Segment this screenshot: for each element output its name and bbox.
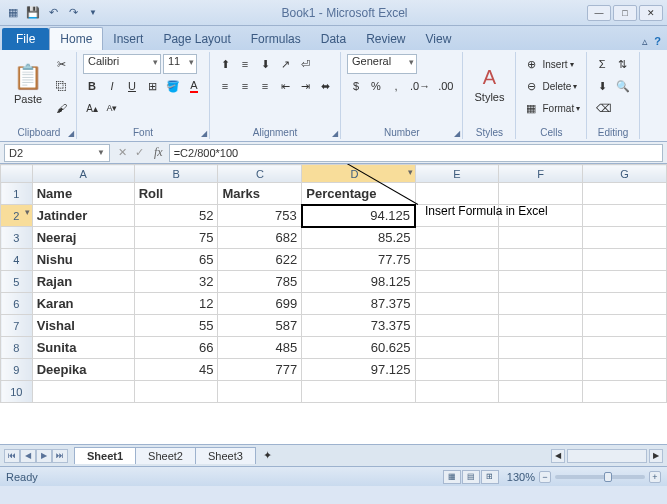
cell-G2[interactable] [583,205,667,227]
cell-B6[interactable]: 12 [134,293,218,315]
sheet-nav-first-icon[interactable]: ⏮ [4,449,20,463]
maximize-button[interactable]: □ [613,5,637,21]
cancel-formula-icon[interactable]: ✕ [114,146,131,159]
font-family-select[interactable]: Calibri [83,54,161,74]
cell-D6[interactable]: 87.375 [302,293,415,315]
col-header-D[interactable]: D [302,165,415,183]
sheet-nav-prev-icon[interactable]: ◀ [20,449,36,463]
cell-D9[interactable]: 97.125 [302,359,415,381]
increase-decimal-button[interactable]: .0→ [407,76,433,96]
align-left-button[interactable]: ≡ [216,76,234,96]
cell-F7[interactable] [499,315,583,337]
cell-E5[interactable] [415,271,499,293]
col-header-F[interactable]: F [499,165,583,183]
cut-button[interactable]: ✂ [52,54,70,74]
tab-view[interactable]: View [416,28,462,50]
cell-E1[interactable] [415,183,499,205]
cell-F5[interactable] [499,271,583,293]
enter-formula-icon[interactable]: ✓ [131,146,148,159]
cell-G8[interactable] [583,337,667,359]
cell-B8[interactable]: 66 [134,337,218,359]
fill-button[interactable]: ⬇ [593,76,611,96]
cell-D8[interactable]: 60.625 [302,337,415,359]
find-button[interactable]: 🔍 [613,76,633,96]
cell-E10[interactable] [415,381,499,403]
wrap-text-button[interactable]: ⏎ [296,54,314,74]
sort-button[interactable]: ⇅ [613,54,631,74]
row-header-6[interactable]: 6 [1,293,33,315]
tab-data[interactable]: Data [311,28,356,50]
view-pagebreak-button[interactable]: ⊞ [481,470,499,484]
qat-dropdown-icon[interactable]: ▼ [84,4,102,22]
fill-color-button[interactable]: 🪣 [163,76,183,96]
align-right-button[interactable]: ≡ [256,76,274,96]
cell-A7[interactable]: Vishal [32,315,134,337]
cell-A1[interactable]: Name [32,183,134,205]
cell-B5[interactable]: 32 [134,271,218,293]
cell-E3[interactable] [415,227,499,249]
row-header-1[interactable]: 1 [1,183,33,205]
worksheet-grid[interactable]: ABCDEFG1NameRollMarksPercentage2Jatinder… [0,164,667,444]
zoom-slider[interactable] [555,475,645,479]
cell-F10[interactable] [499,381,583,403]
file-tab[interactable]: File [2,28,49,50]
col-header-A[interactable]: A [32,165,134,183]
cell-C8[interactable]: 485 [218,337,302,359]
cell-B3[interactable]: 75 [134,227,218,249]
cell-C6[interactable]: 699 [218,293,302,315]
cell-D3[interactable]: 85.25 [302,227,415,249]
hscroll-right-icon[interactable]: ▶ [649,449,663,463]
cell-F3[interactable] [499,227,583,249]
ribbon-minimize-icon[interactable]: ▵ [642,35,648,48]
delete-cells-button[interactable]: ⊖ [522,76,540,96]
cell-G5[interactable] [583,271,667,293]
formula-input[interactable]: =C2/800*100 [169,144,663,162]
alignment-launcher-icon[interactable]: ◢ [332,129,338,138]
cell-G9[interactable] [583,359,667,381]
cell-G7[interactable] [583,315,667,337]
redo-icon[interactable]: ↷ [64,4,82,22]
align-bottom-button[interactable]: ⬇ [256,54,274,74]
cell-E6[interactable] [415,293,499,315]
comma-button[interactable]: , [387,76,405,96]
zoom-in-button[interactable]: + [649,471,661,483]
sheet-tab-3[interactable]: Sheet3 [195,447,256,464]
cell-C5[interactable]: 785 [218,271,302,293]
zoom-out-button[interactable]: − [539,471,551,483]
cell-C7[interactable]: 587 [218,315,302,337]
hscroll-left-icon[interactable]: ◀ [551,449,565,463]
italic-button[interactable]: I [103,76,121,96]
font-size-select[interactable]: 11 [163,54,197,74]
cell-D4[interactable]: 77.75 [302,249,415,271]
cell-E7[interactable] [415,315,499,337]
row-header-4[interactable]: 4 [1,249,33,271]
paste-button[interactable]: 📋 Paste [8,54,48,114]
cell-F1[interactable] [499,183,583,205]
align-top-button[interactable]: ⬆ [216,54,234,74]
number-launcher-icon[interactable]: ◢ [454,129,460,138]
col-header-E[interactable]: E [415,165,499,183]
cell-D2[interactable]: 94.125 [302,205,415,227]
copy-button[interactable]: ⿻ [52,76,70,96]
row-header-8[interactable]: 8 [1,337,33,359]
tab-page-layout[interactable]: Page Layout [153,28,240,50]
cell-E4[interactable] [415,249,499,271]
tab-review[interactable]: Review [356,28,415,50]
cell-E8[interactable] [415,337,499,359]
cell-F9[interactable] [499,359,583,381]
cell-A8[interactable]: Sunita [32,337,134,359]
sheet-nav-last-icon[interactable]: ⏭ [52,449,68,463]
merge-button[interactable]: ⬌ [316,76,334,96]
save-icon[interactable]: 💾 [24,4,42,22]
cell-A9[interactable]: Deepika [32,359,134,381]
cell-C1[interactable]: Marks [218,183,302,205]
help-icon[interactable]: ? [654,35,661,48]
cell-D10[interactable] [302,381,415,403]
increase-indent-button[interactable]: ⇥ [296,76,314,96]
underline-button[interactable]: U [123,76,141,96]
row-header-7[interactable]: 7 [1,315,33,337]
cell-F6[interactable] [499,293,583,315]
percent-button[interactable]: % [367,76,385,96]
sheet-tab-2[interactable]: Sheet2 [135,447,196,464]
cell-A10[interactable] [32,381,134,403]
